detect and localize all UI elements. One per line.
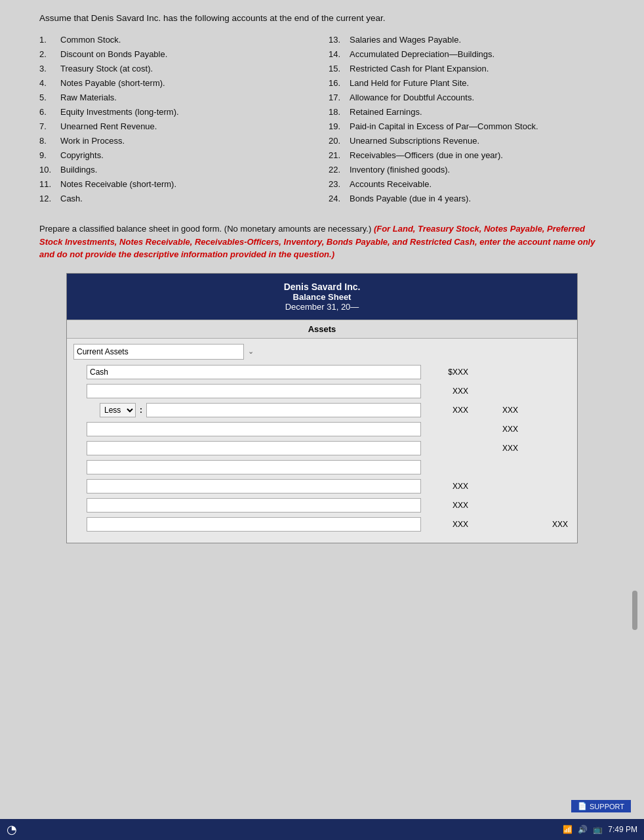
support-button[interactable]: 📄 SUPPORT [571, 800, 631, 812]
row9-label-input[interactable] [87, 517, 421, 532]
accounts-col-right: 13. Salaries and Wages Payable. 14. Accu… [329, 35, 605, 208]
account-num: 22. [329, 165, 350, 175]
wifi-icon: 📶 [563, 825, 573, 834]
account-name: Accumulated Depreciation—Buildings. [350, 49, 605, 59]
row4-col2: XXX [475, 425, 521, 434]
current-assets-row: ⌄ [73, 344, 571, 360]
bs-body: ⌄ Cash $XXX XXX Less Add [67, 339, 577, 543]
list-item: 15. Restricted Cash for Plant Expansion. [329, 64, 605, 74]
list-item: 9. Copyrights. [39, 150, 315, 160]
cash-row: Cash $XXX [87, 365, 571, 379]
account-num: 19. [329, 121, 350, 131]
list-item: 19. Paid-in Capital in Excess of Par—Com… [329, 121, 605, 131]
account-name: Copyrights. [60, 150, 315, 160]
list-item: 8. Work in Process. [39, 136, 315, 146]
account-num: 18. [329, 107, 350, 117]
account-name: Buildings. [60, 165, 315, 175]
account-name: Salaries and Wages Payable. [350, 35, 605, 45]
account-name: Cash. [60, 194, 315, 203]
list-item: 24. Bonds Payable (due in 4 years). [329, 194, 605, 203]
account-num: 20. [329, 136, 350, 146]
account-name: Equity Investments (long-term). [60, 107, 315, 117]
list-item: 22. Inventory (finished goods). [329, 165, 605, 175]
taskbar-right: 📶 🔊 📺 7:49 PM [563, 825, 637, 834]
row5-col2: XXX [475, 444, 521, 453]
row2-label-input[interactable] [87, 384, 421, 398]
taskbar-time: 7:49 PM [608, 825, 637, 834]
account-num: 2. [39, 49, 60, 59]
sound-icon: 🔊 [578, 825, 588, 834]
list-item: 13. Salaries and Wages Payable. [329, 35, 605, 45]
account-num: 23. [329, 179, 350, 189]
list-item: 3. Treasury Stock (at cost). [39, 64, 315, 74]
company-name: Denis Savard Inc. [72, 282, 572, 292]
row2-col1: XXX [425, 387, 471, 396]
row7-label-input[interactable] [87, 479, 421, 494]
intro-text: Assume that Denis Savard Inc. has the fo… [39, 13, 605, 23]
list-item: 1. Common Stock. [39, 35, 315, 45]
row6-label-input[interactable] [87, 460, 421, 474]
row8-label-input[interactable] [87, 498, 421, 513]
input-row-6 [87, 460, 571, 474]
account-num: 14. [329, 49, 350, 59]
account-num: 24. [329, 194, 350, 203]
page: Assume that Denis Savard Inc. has the fo… [0, 0, 644, 840]
list-item: 5. Raw Materials. [39, 93, 315, 102]
account-num: 16. [329, 78, 350, 88]
account-name: Allowance for Doubtful Accounts. [350, 93, 605, 102]
account-name: Inventory (finished goods). [350, 165, 605, 175]
list-item: 11. Notes Receivable (short-term). [39, 179, 315, 189]
bs-header: Denis Savard Inc. Balance Sheet December… [67, 274, 577, 320]
account-num: 13. [329, 35, 350, 45]
input-row-7: XXX [87, 479, 571, 494]
account-num: 15. [329, 64, 350, 74]
list-item: 6. Equity Investments (long-term). [39, 107, 315, 117]
account-name: Raw Materials. [60, 93, 315, 102]
account-name: Discount on Bonds Payable. [60, 49, 315, 59]
bs-title: Balance Sheet [72, 292, 572, 302]
account-name: Retained Earnings. [350, 107, 605, 117]
row9-col1: XXX [425, 520, 471, 529]
less-col1: XXX [425, 406, 471, 415]
input-row-4: XXX [87, 422, 571, 436]
account-name: Treasury Stock (at cost). [60, 64, 315, 74]
input-row-5: XXX [87, 441, 571, 455]
taskbar-left: ◔ [7, 822, 17, 837]
less-dropdown[interactable]: Less Add [100, 403, 136, 417]
account-num: 9. [39, 150, 60, 160]
list-item: 23. Accounts Receivable. [329, 179, 605, 189]
cash-label: Cash [87, 365, 421, 379]
account-name: Bonds Payable (due in 4 years). [350, 194, 605, 203]
account-num: 3. [39, 64, 60, 74]
input-row-8: XXX [87, 498, 571, 513]
screen-icon: 📺 [593, 825, 603, 834]
chevron-down-icon: ⌄ [248, 347, 254, 356]
account-name: Work in Process. [60, 136, 315, 146]
current-assets-input[interactable] [73, 344, 244, 360]
account-name: Common Stock. [60, 35, 315, 45]
account-num: 10. [39, 165, 60, 175]
colon-separator: : [140, 406, 142, 415]
account-num: 11. [39, 179, 60, 189]
row7-col1: XXX [425, 482, 471, 491]
scrollbar[interactable] [632, 591, 637, 630]
account-name: Notes Payable (short-term). [60, 78, 315, 88]
balance-sheet: Denis Savard Inc. Balance Sheet December… [66, 273, 578, 543]
assets-section-label: Assets [67, 320, 577, 339]
cash-value-col1: $XXX [425, 368, 471, 377]
instruction-text: Prepare a classified balance sheet in go… [39, 222, 605, 261]
row9-col3: XXX [525, 520, 571, 529]
support-icon: 📄 [578, 802, 587, 810]
account-name: Paid-in Capital in Excess of Par—Common … [350, 121, 605, 131]
less-label-input[interactable] [146, 403, 421, 417]
list-item: 16. Land Held for Future Plant Site. [329, 78, 605, 88]
list-item: 14. Accumulated Depreciation—Buildings. [329, 49, 605, 59]
row8-col1: XXX [425, 501, 471, 510]
list-item: 7. Unearned Rent Revenue. [39, 121, 315, 131]
row5-label-input[interactable] [87, 441, 421, 455]
account-num: 4. [39, 78, 60, 88]
account-num: 21. [329, 150, 350, 160]
list-item: 12. Cash. [39, 194, 315, 203]
row4-label-input[interactable] [87, 422, 421, 436]
taskbar: ◔ 📶 🔊 📺 7:49 PM [0, 819, 644, 840]
